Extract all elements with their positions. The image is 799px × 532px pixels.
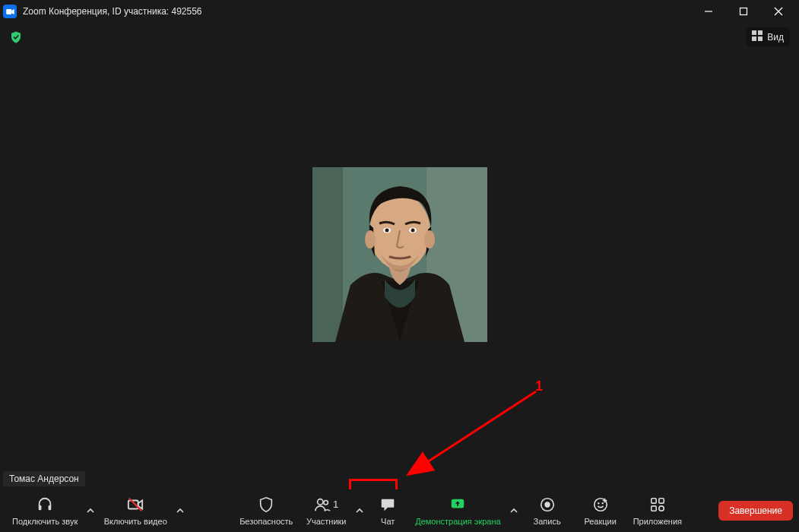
participants-button[interactable]: 1 Участники: [300, 491, 353, 530]
apps-label: Приложения: [633, 517, 682, 526]
svg-point-30: [598, 502, 599, 503]
svg-rect-20: [39, 505, 42, 509]
svg-point-31: [601, 502, 603, 503]
svg-point-24: [318, 499, 323, 504]
video-menu-button[interactable]: [173, 491, 187, 530]
svg-rect-11: [312, 167, 343, 342]
chat-icon: [379, 496, 396, 515]
reactions-label: Реакции: [584, 517, 617, 526]
minimize-button[interactable]: [691, 0, 726, 23]
bottom-toolbar: Подключить звук Включить видео Безопасно…: [0, 489, 799, 532]
record-icon: [539, 496, 556, 515]
shield-icon: [258, 496, 274, 515]
titlebar: Zoom Конференция, ID участника: 492556: [0, 0, 799, 23]
svg-point-13: [365, 230, 376, 249]
svg-point-25: [324, 500, 328, 505]
svg-rect-21: [49, 505, 52, 509]
chat-button[interactable]: Чат: [366, 491, 409, 530]
participants-icon: [314, 496, 331, 515]
share-menu-button[interactable]: [507, 491, 521, 530]
security-button[interactable]: Безопасность: [233, 491, 300, 530]
svg-rect-0: [6, 9, 11, 14]
window-title: Zoom Конференция, ID участника: 492556: [23, 6, 202, 17]
maximize-button[interactable]: [726, 0, 761, 23]
svg-rect-35: [659, 498, 664, 502]
headphones-icon: [36, 496, 53, 515]
reactions-button[interactable]: Реакции: [574, 491, 627, 530]
participant-avatar: [312, 167, 487, 342]
share-label: Демонстрация экрана: [415, 517, 500, 526]
svg-point-16: [385, 229, 388, 233]
svg-rect-36: [652, 505, 656, 510]
reactions-icon: [592, 496, 609, 515]
participant-name-label: Томас Андерсон: [3, 471, 85, 486]
zoom-logo-icon: [3, 5, 17, 18]
chat-label: Чат: [381, 517, 395, 526]
share-screen-button[interactable]: Демонстрация экрана: [409, 491, 506, 530]
participants-menu-button[interactable]: [353, 491, 366, 530]
apps-button[interactable]: Приложения: [627, 491, 688, 530]
audio-menu-button[interactable]: [84, 491, 97, 530]
participants-label: Участники: [306, 517, 347, 526]
video-area: [0, 23, 799, 486]
record-button[interactable]: Запись: [521, 491, 574, 530]
participants-count: 1: [333, 499, 338, 510]
apps-icon: [649, 496, 666, 515]
audio-label: Подключить звук: [12, 517, 78, 526]
video-label: Включить видео: [104, 517, 167, 526]
svg-point-28: [544, 502, 550, 507]
svg-point-37: [659, 505, 664, 510]
close-button[interactable]: [761, 0, 796, 23]
start-video-button[interactable]: Включить видео: [97, 491, 173, 530]
end-meeting-button[interactable]: Завершение: [718, 501, 793, 521]
svg-rect-2: [740, 8, 747, 15]
record-label: Запись: [534, 517, 561, 526]
connect-audio-button[interactable]: Подключить звук: [6, 491, 84, 530]
svg-point-14: [424, 230, 435, 249]
svg-rect-34: [652, 498, 656, 502]
svg-point-18: [411, 229, 414, 233]
video-off-icon: [127, 496, 144, 515]
security-label: Безопасность: [239, 517, 293, 526]
share-screen-icon: [449, 496, 466, 515]
